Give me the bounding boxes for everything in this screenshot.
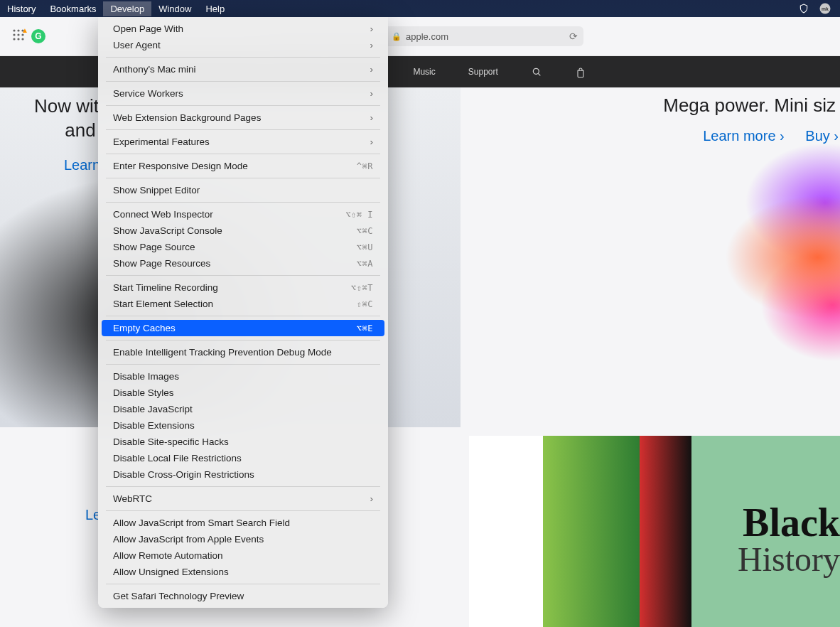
menuitem-disable-local-file-restrictions[interactable]: Disable Local File Restrictions: [102, 450, 384, 466]
svg-point-2: [13, 29, 15, 31]
svg-point-3: [17, 29, 19, 31]
menuitem-enable-intelligent-tracking-prevention-debug-mode[interactable]: Enable Intelligent Tracking Prevention D…: [102, 344, 384, 360]
menu-separator: [106, 129, 380, 130]
menu-separator: [106, 275, 380, 276]
apps-grid-icon[interactable]: ▲: [11, 28, 26, 45]
menuitem-disable-javascript[interactable]: Disable JavaScript: [102, 401, 384, 417]
menuitem-allow-javascript-from-apple-events[interactable]: Allow JavaScript from Apple Events: [102, 531, 384, 547]
mk-avatar-icon[interactable]: mk: [819, 2, 831, 15]
menuitem-webrtc[interactable]: WebRTC›: [102, 491, 384, 507]
menuitem-label: Disable Styles: [113, 387, 174, 398]
bhm-line2: History: [738, 542, 840, 577]
shield-icon[interactable]: [797, 2, 810, 15]
hero-ipad-mini[interactable]: Mega power. Mini siz Learn more Buy: [469, 87, 840, 427]
menuitem-allow-unsigned-extensions[interactable]: Allow Unsigned Extensions: [102, 564, 384, 580]
menuitem-label: Open Page With: [113, 23, 183, 34]
shortcut-label: ⌥⌘C: [357, 226, 373, 236]
lock-icon: 🔒: [392, 32, 402, 41]
menuitem-experimental-features[interactable]: Experimental Features›: [102, 134, 384, 150]
shortcut-label: ⌥⇧⌘T: [351, 283, 373, 293]
menuitem-allow-javascript-from-smart-search-field[interactable]: Allow JavaScript from Smart Search Field: [102, 515, 384, 531]
url-host: apple.com: [406, 31, 448, 42]
menuitem-show-javascript-console[interactable]: Show JavaScript Console⌥⌘C: [102, 223, 384, 239]
svg-line-12: [538, 73, 540, 75]
shortcut-label: ⌥⌘A: [357, 259, 373, 269]
menuitem-label: User Agent: [113, 40, 161, 50]
menu-bookmarks[interactable]: Bookmarks: [43, 1, 103, 16]
menuitem-show-page-resources[interactable]: Show Page Resources⌥⌘A: [102, 255, 384, 272]
menuitem-enter-responsive-design-mode[interactable]: Enter Responsive Design Mode^⌘R: [102, 158, 384, 174]
menuitem-label: Show Page Resources: [113, 258, 210, 269]
menuitem-label: Disable Extensions: [113, 420, 195, 431]
menu-separator: [106, 316, 380, 316]
reload-icon[interactable]: ⟳: [569, 31, 578, 42]
menu-separator: [106, 57, 380, 58]
svg-text:mk: mk: [822, 6, 829, 11]
menuitem-label: Start Element Selection: [113, 299, 213, 309]
menuitem-label: Show Snippet Editor: [113, 185, 200, 195]
menuitem-show-page-source[interactable]: Show Page Source⌥⌘U: [102, 239, 384, 255]
nav-support[interactable]: Support: [468, 67, 498, 77]
menuitem-start-element-selection[interactable]: Start Element Selection⇧⌘C: [102, 296, 384, 312]
menuitem-disable-styles[interactable]: Disable Styles: [102, 385, 384, 401]
shortcut-label: ⇧⌘C: [357, 299, 373, 309]
menu-separator: [106, 178, 380, 178]
toolbar-left-icons: ▲ G: [11, 28, 45, 45]
menuitem-disable-extensions[interactable]: Disable Extensions: [102, 417, 384, 434]
menuitem-web-extension-background-pages[interactable]: Web Extension Background Pages›: [102, 109, 384, 126]
svg-point-8: [13, 38, 15, 40]
menuitem-label: Enable Intelligent Tracking Prevention D…: [113, 347, 332, 358]
hero-black-history[interactable]: Black History: [469, 436, 840, 627]
hero-headline: Mega power. Mini siz: [469, 87, 840, 117]
buy-link[interactable]: Buy: [805, 128, 839, 144]
menuitem-user-agent[interactable]: User Agent›: [102, 37, 384, 53]
svg-point-9: [17, 38, 19, 40]
menu-separator: [106, 486, 380, 487]
menuitem-start-timeline-recording[interactable]: Start Timeline Recording⌥⇧⌘T: [102, 279, 384, 296]
menuitem-label: WebRTC: [113, 493, 152, 504]
menuitem-label: Allow Unsigned Extensions: [113, 567, 229, 577]
nav-music[interactable]: Music: [413, 67, 435, 77]
svg-point-5: [13, 33, 15, 36]
menuitem-anthony-s-mac-mini[interactable]: Anthony's Mac mini›: [102, 61, 384, 77]
menuitem-label: Anthony's Mac mini: [113, 64, 196, 75]
menuitem-get-safari-technology-preview[interactable]: Get Safari Technology Preview: [102, 588, 384, 604]
menuitem-show-snippet-editor[interactable]: Show Snippet Editor: [102, 182, 384, 198]
menuitem-label: Empty Caches: [113, 323, 176, 333]
menuitem-disable-images[interactable]: Disable Images: [102, 368, 384, 385]
menubar-left: HistoryBookmarksDevelopWindowHelp: [0, 1, 232, 16]
chevron-right-icon: ›: [370, 88, 374, 99]
menu-separator: [106, 105, 380, 106]
menuitem-label: Connect Web Inspector: [113, 209, 213, 220]
chevron-right-icon: ›: [370, 136, 374, 147]
menuitem-label: Disable Images: [113, 371, 179, 382]
menu-develop[interactable]: Develop: [103, 1, 151, 16]
menuitem-service-workers[interactable]: Service Workers›: [102, 85, 384, 102]
menu-help[interactable]: Help: [198, 1, 232, 16]
menuitem-empty-caches[interactable]: Empty Caches⌥⌘E: [102, 320, 384, 336]
menuitem-allow-remote-automation[interactable]: Allow Remote Automation: [102, 547, 384, 564]
menu-separator: [106, 510, 380, 511]
menuitem-disable-cross-origin-restrictions[interactable]: Disable Cross-Origin Restrictions: [102, 466, 384, 483]
menuitem-label: Show JavaScript Console: [113, 225, 222, 236]
menuitem-disable-site-specific-hacks[interactable]: Disable Site-specific Hacks: [102, 434, 384, 450]
menuitem-label: Disable JavaScript: [113, 404, 193, 414]
menu-window[interactable]: Window: [151, 1, 198, 16]
menuitem-label: Web Extension Background Pages: [113, 112, 261, 123]
menuitem-connect-web-inspector[interactable]: Connect Web Inspector⌥⇧⌘ I: [102, 206, 384, 223]
learn-more-link[interactable]: Learn more: [703, 128, 785, 144]
menu-separator: [106, 202, 380, 203]
chevron-right-icon: ›: [370, 64, 374, 75]
chevron-right-icon: ›: [370, 112, 374, 123]
bhm-line1: Black: [738, 503, 840, 542]
search-icon[interactable]: [531, 66, 542, 77]
menu-separator: [106, 340, 380, 341]
grammarly-icon[interactable]: G: [31, 29, 45, 43]
menu-history[interactable]: History: [0, 1, 43, 16]
warning-badge-icon: ▲: [21, 26, 28, 34]
bag-icon[interactable]: [575, 66, 586, 77]
menuitem-open-page-with[interactable]: Open Page With›: [102, 21, 384, 37]
develop-menu-dropdown: Open Page With›User Agent›Anthony's Mac …: [98, 17, 388, 608]
svg-point-6: [17, 33, 19, 36]
shortcut-label: ⌥⌘U: [357, 242, 373, 252]
